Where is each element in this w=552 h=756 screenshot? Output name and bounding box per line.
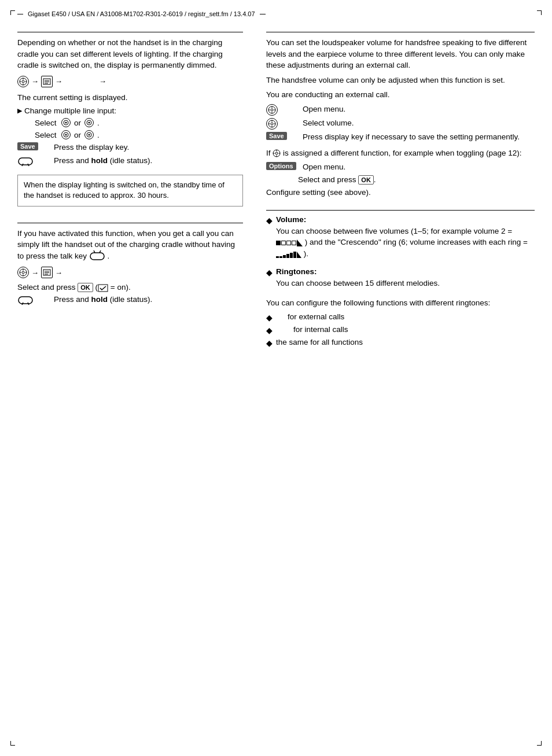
cres-bar-1 (279, 256, 282, 258)
bullet-change-text: Change multiple line input: (24, 106, 116, 115)
phone-end-icon-1 (17, 156, 34, 169)
svg-line-36 (22, 303, 23, 305)
select-volume-key (266, 118, 298, 130)
crescendo-graphic (276, 250, 301, 258)
header: Gigaset E450 / USA EN / A31008-M1702-R30… (17, 10, 535, 17)
svg-marker-57 (297, 252, 301, 258)
options-key: Options (266, 162, 298, 170)
nav-line-2: → → (17, 267, 243, 278)
svg-point-1 (22, 80, 24, 83)
info-box-text-1: When the display lighting is switched on… (24, 180, 225, 200)
nav-line-1: → → → (17, 76, 243, 87)
phone-end-desc-2: Press and hold (idle status). (54, 294, 243, 305)
corner-mark-bl (10, 741, 15, 746)
volume-content: Volume: You can choose between five volu… (276, 215, 535, 263)
phone-end-desc-1: Press and hold (idle status). (54, 156, 243, 167)
diamond-icon-2: ◆ (266, 267, 273, 278)
info-box-1: When the display lighting is switched on… (17, 175, 243, 206)
phone-end-key-col-2 (17, 294, 49, 308)
ringtones-content: Ringtones: You can choose between 15 dif… (276, 267, 440, 293)
int-calls-bullet: ◆ for internal calls (266, 325, 535, 335)
arrow-icon-4: → (31, 268, 39, 277)
ringtones-desc: You can choose between 15 different melo… (276, 278, 440, 289)
cres-bar-2 (283, 255, 286, 258)
volume-desc: You can choose between five volumes (1–5… (276, 226, 535, 260)
ext-calls-bullet: ◆ for external calls (266, 312, 535, 323)
menu-icon-2 (41, 267, 53, 278)
corner-mark-tr (537, 10, 542, 15)
open-menu-desc: Open menu. (303, 104, 535, 115)
dot-text-1: . (97, 119, 100, 127)
gear-icon-2 (17, 267, 29, 278)
left-s1-body2: The current setting is displayed. (17, 92, 243, 104)
configure-intro: You can configure the following function… (266, 297, 535, 309)
options-row: Options Open menu. (266, 162, 535, 173)
svg-line-37 (28, 303, 29, 305)
save-label-right: Save (266, 132, 287, 140)
select-press-ok-row: Select and press OK. (266, 175, 535, 185)
ok-period: . (374, 175, 376, 184)
right-section-ringtones: ◆ Volume: You can choose between five vo… (266, 210, 535, 348)
svg-line-19 (22, 164, 23, 166)
diamond-icon-1: ◆ (266, 215, 273, 226)
select-volume-desc: Select volume. (303, 118, 535, 129)
select-word-1: Select (35, 119, 58, 127)
right-divider-1 (266, 32, 535, 32)
hold-bold-1: hold (91, 156, 108, 165)
all-funcs-text: the same for all functions (276, 338, 363, 346)
if-gear-desc: is assigned a different function, for ex… (283, 149, 522, 157)
svg-rect-18 (19, 158, 32, 165)
gear-icon (17, 76, 29, 87)
svg-point-15 (65, 134, 67, 136)
small-circle-icon-4 (84, 130, 94, 139)
main-content: Depending on whether or not the handset … (17, 32, 535, 739)
save-key-col: Save (17, 142, 49, 150)
volume-bar-graphic (276, 239, 303, 246)
bullet-change-input: ▶ Change multiple line input: (17, 106, 243, 115)
or-text-1: or (74, 119, 81, 127)
svg-line-20 (28, 164, 29, 166)
section-auto-answer: If you have activated this function, whe… (17, 223, 243, 308)
section-display-lighting: Depending on whether or not the handset … (17, 32, 243, 206)
save-row: Save Press the display key. (17, 142, 243, 153)
vol-seg-2 (281, 241, 286, 245)
open-menu-row: Open menu. (266, 104, 535, 116)
section-divider-1 (17, 32, 243, 32)
volume-desc3-text: ). (304, 249, 308, 258)
left-s2-body1: If you have activated this function, whe… (17, 228, 243, 263)
right-divider-2 (266, 210, 535, 211)
svg-point-13 (89, 122, 90, 124)
svg-point-17 (89, 134, 90, 136)
all-funcs-bullet: ◆ the same for all functions (266, 338, 535, 348)
header-text: Gigaset E450 / USA EN / A31008-M1702-R30… (28, 10, 255, 17)
svg-marker-56 (297, 239, 303, 246)
options-label: Options (266, 162, 296, 170)
svg-point-45 (271, 123, 273, 125)
ok-button-label-1: OK (78, 283, 93, 292)
bullet-arrow-icon: ▶ (17, 107, 22, 115)
section-divider-2 (17, 223, 243, 223)
cres-bar-0 (276, 256, 279, 258)
phone-end-icon-2 (17, 294, 34, 308)
svg-rect-21 (90, 253, 104, 260)
svg-rect-34 (98, 285, 108, 292)
volume-desc-text: You can choose between five volumes (1–5… (276, 227, 512, 235)
select-press-ok-text: Select and press (298, 175, 356, 184)
vol-seg-1 (276, 241, 281, 245)
right-s1-body2: The handsfree volume can only be adjuste… (266, 75, 535, 86)
select-line-2: Select or . (35, 130, 243, 139)
vol-seg-3 (286, 241, 291, 245)
diamond-icon-5: ◆ (266, 338, 273, 348)
diamond-icon-3: ◆ (266, 312, 273, 323)
if-gear-text: If is assigned a different function, for… (266, 147, 535, 159)
open-menu-key (266, 104, 298, 116)
small-circle-icon-1 (61, 118, 71, 127)
arrow-icon-2: → (55, 77, 62, 86)
gear-icon-3 (266, 104, 278, 116)
cres-bar-3 (286, 254, 289, 258)
select-line-1: Select or . (35, 118, 243, 127)
volume-heading: Volume: (276, 215, 306, 224)
right-column: You can set the loudspeaker volume for h… (255, 32, 535, 739)
save-button-label: Save (17, 142, 38, 150)
svg-point-51 (275, 152, 278, 154)
